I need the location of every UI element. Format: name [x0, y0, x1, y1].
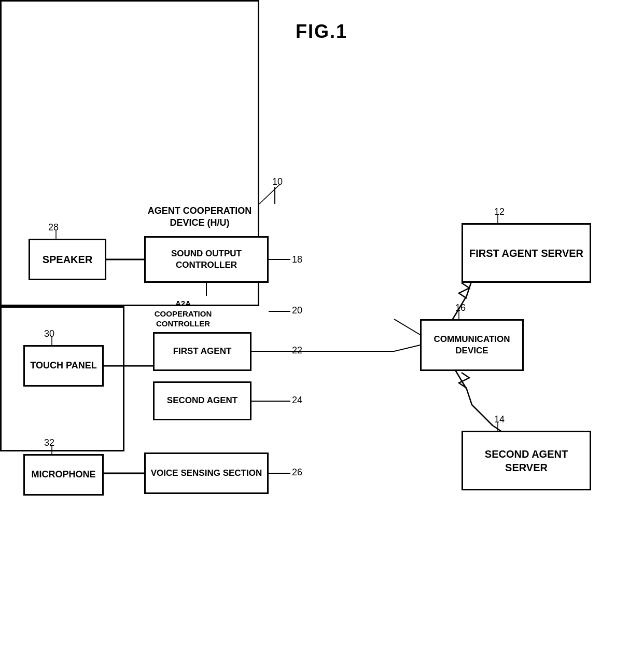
ref-30: 30 — [44, 328, 54, 339]
ref-24: 24 — [292, 395, 302, 406]
sound-output-label: SOUND OUTPUT CONTROLLER — [146, 248, 267, 271]
sound-output-controller-box: SOUND OUTPUT CONTROLLER — [144, 236, 269, 283]
svg-line-11 — [394, 319, 420, 335]
figure-title: FIG.1 — [296, 21, 347, 43]
ref-12: 12 — [494, 207, 505, 217]
diagram: FIG.1 — [0, 0, 643, 672]
second-agent-label: SECOND AGENT — [167, 395, 237, 406]
ref-14: 14 — [494, 414, 505, 425]
touch-panel-box: TOUCH PANEL — [23, 345, 104, 387]
ref-18: 18 — [292, 254, 302, 265]
voice-sensing-box: VOICE SENSING SECTION — [144, 452, 269, 494]
communication-device-box: COMMUNICATION DEVICE — [420, 319, 524, 371]
svg-line-8 — [394, 345, 420, 351]
ref-22: 22 — [292, 345, 302, 356]
touch-panel-label: TOUCH PANEL — [30, 360, 96, 372]
first-agent-server-label: FIRST AGENT SERVER — [469, 246, 583, 260]
microphone-box: MICROPHONE — [23, 454, 104, 496]
second-agent-box: SECOND AGENT — [153, 381, 251, 420]
ref-16: 16 — [455, 303, 466, 313]
first-agent-server-box: FIRST AGENT SERVER — [462, 223, 591, 283]
comm-device-label: COMMUNICATION DEVICE — [422, 334, 522, 356]
ref-10: 10 — [272, 176, 283, 187]
first-agent-label: FIRST AGENT — [173, 346, 232, 357]
voice-sensing-label: VOICE SENSING SECTION — [151, 468, 262, 479]
ref-32: 32 — [44, 437, 54, 448]
second-agent-server-box: SECOND AGENT SERVER — [462, 431, 591, 490]
microphone-label: MICROPHONE — [31, 469, 95, 481]
second-agent-server-label: SECOND AGENT SERVER — [463, 447, 590, 474]
first-agent-box: FIRST AGENT — [153, 332, 251, 371]
ref-28: 28 — [48, 222, 59, 233]
speaker-label: SPEAKER — [43, 253, 93, 266]
ref-20: 20 — [292, 305, 302, 316]
speaker-box: SPEAKER — [29, 239, 106, 280]
ref-26: 26 — [292, 467, 302, 478]
